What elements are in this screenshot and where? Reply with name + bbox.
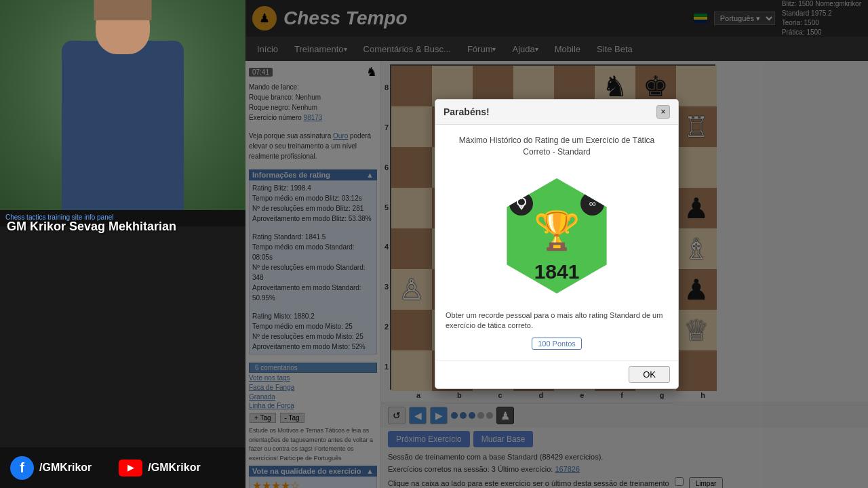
modal-header: Parabéns! ×	[435, 100, 678, 125]
modal-body: Máximo Histórico do Rating de um Exercíc…	[435, 125, 678, 359]
infinity-symbol: ∞	[589, 198, 596, 209]
youtube-label: /GMKrikor	[148, 462, 200, 474]
modal-overlay[interactable]: Parabéns! × Máximo Histórico do Rating d…	[245, 0, 868, 488]
ok-button[interactable]: OK	[629, 366, 670, 383]
points-badge: 100 Pontos	[532, 338, 582, 350]
infinity-badge: ∞	[580, 192, 604, 216]
brain-badge	[509, 192, 533, 216]
points-container: 100 Pontos	[446, 337, 668, 350]
achievement-hexagon: ∞ 🏆 1841	[499, 178, 614, 293]
streamer-name: GM Krikor Sevag Mekhitarian	[7, 220, 176, 234]
facebook-label: /GMKrikor	[39, 462, 92, 474]
modal-subtitle: Máximo Histórico do Rating de um Exercíc…	[446, 135, 668, 158]
youtube-social[interactable]: ▶ /GMKrikor	[119, 460, 200, 476]
youtube-icon: ▶	[119, 460, 142, 476]
modal-description: Obter um recorde pessoal para o mais alt…	[446, 310, 668, 331]
modal-title: Parabéns!	[443, 106, 490, 117]
facebook-icon: f	[10, 456, 34, 480]
modal-close-button[interactable]: ×	[656, 105, 670, 119]
social-bar: f /GMKrikor ▶ /GMKrikor	[0, 447, 245, 488]
modal-footer: OK	[435, 360, 678, 388]
chess-site: ♟ Chess Tempo Português ▾ Blitz: 1500 No…	[245, 0, 868, 488]
rating-display: 1841	[534, 260, 580, 283]
hexagon-container: ∞ 🏆 1841	[489, 168, 625, 304]
webcam-video	[0, 0, 245, 210]
person-figure: 🏆	[534, 209, 580, 253]
webcam-panel: GM Krikor Sevag Mekhitarian Chess tactic…	[0, 0, 245, 488]
modal-dialog: Parabéns! × Máximo Histórico do Rating d…	[435, 99, 679, 388]
facebook-social[interactable]: f /GMKrikor	[10, 456, 92, 480]
hexagon-content: ∞ 🏆 1841	[499, 178, 614, 293]
